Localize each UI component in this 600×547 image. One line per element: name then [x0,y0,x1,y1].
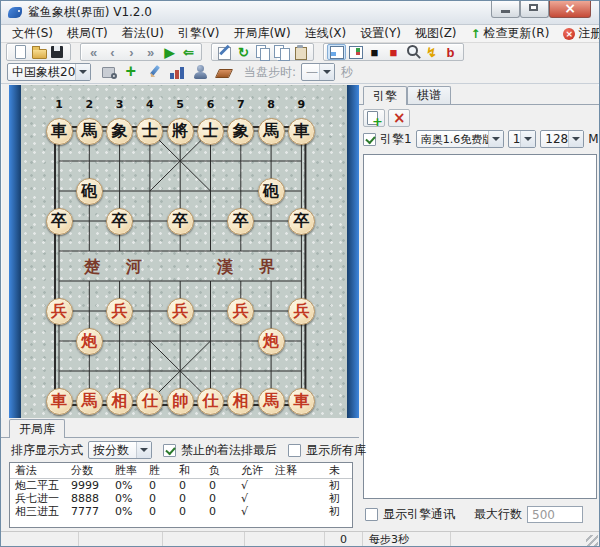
piece-black-pawn-c7[interactable]: 卒 [227,208,254,235]
black-board-button[interactable]: ■ [365,44,384,60]
open-file-button[interactable] [29,44,48,60]
tab-notation[interactable]: 棋谱 [407,86,451,104]
piece-black-pawn-c9[interactable]: 卒 [288,208,315,235]
piece-red-advisor-c6[interactable]: 仕 [197,388,224,415]
threads-combo[interactable]: 1 [508,130,537,148]
show-comm-checkbox[interactable] [365,508,378,521]
refresh-button[interactable]: ↻ [234,44,253,60]
engine-output-list[interactable] [363,154,597,499]
piece-black-cannon-c8[interactable]: 砲 [258,178,285,205]
menu-game[interactable]: 棋局(T) [60,24,115,43]
prev-move-button[interactable]: ‹ [103,44,122,60]
minimize-button[interactable] [491,1,520,18]
new-file-button[interactable] [10,44,29,60]
piece-red-horse-c8[interactable]: 馬 [258,388,285,415]
player-button[interactable] [191,64,210,80]
menu-connect[interactable]: 连线(X) [298,24,354,43]
piece-black-cannon-c2[interactable]: 砲 [76,178,103,205]
bold-b-button[interactable]: b [441,44,460,60]
menu-moves[interactable]: 着法(U) [115,24,171,43]
first-move-button[interactable]: « [84,44,103,60]
book-row[interactable]: 炮二平五99990%000√初 [10,479,352,492]
red-board-button[interactable]: ■ [384,44,403,60]
view-group: ■■↯b [323,43,464,61]
piece-black-pawn-c1[interactable]: 卒 [46,208,73,235]
piece-red-horse-c2[interactable]: 馬 [76,388,103,415]
piece-black-pawn-c3[interactable]: 卒 [106,208,133,235]
book-col-header-1: 分数 [66,463,110,478]
close-button[interactable] [549,1,591,18]
forbidden-last-checkbox[interactable] [163,444,176,457]
sort-mode-combo[interactable]: 按分数 [88,441,152,459]
stats-button[interactable] [168,64,187,80]
chevron-down-icon [520,131,535,147]
remove-engine-button[interactable] [388,109,410,127]
edit-position-icon [216,44,234,60]
piece-red-rook-c1[interactable]: 車 [46,388,73,415]
next-move-button[interactable]: › [122,44,141,60]
resize-grip[interactable] [586,535,598,547]
piece-red-cannon-c8[interactable]: 炮 [258,328,285,355]
menu-check-update[interactable]: 检查更新(R) [464,24,557,43]
menu-view[interactable]: 视图(Z) [408,24,464,43]
add-engine-button[interactable] [363,109,385,127]
add-button[interactable] [122,64,141,80]
piece-red-advisor-c4[interactable]: 仕 [136,388,163,415]
split-view-button[interactable] [346,44,365,60]
tab-engine[interactable]: 引擎 [363,86,407,105]
piece-black-pawn-c5[interactable]: 卒 [167,208,194,235]
tab-opening-book[interactable]: 开局库 [9,419,65,438]
piece-black-horse-c2[interactable]: 馬 [76,118,103,145]
undo-button[interactable]: ⇐ [179,44,198,60]
opening-book-combo[interactable]: 中国象棋2017 [7,63,91,81]
piece-black-horse-c8[interactable]: 馬 [258,118,285,145]
piece-black-elephant-c7[interactable]: 象 [227,118,254,145]
piece-red-general-c5[interactable]: 帥 [167,388,194,415]
book-col-header-7: 注释 [270,463,324,478]
piece-black-general-c5[interactable]: 將 [167,118,194,145]
piece-black-rook-c1[interactable]: 車 [46,118,73,145]
piece-red-pawn-c5[interactable]: 兵 [167,298,194,325]
book-controls: 排序显示方式 按分数 禁止的着法排最后 显示所有库 [11,441,366,459]
piece-black-advisor-c4[interactable]: 士 [136,118,163,145]
copy-all-button[interactable] [272,44,291,60]
book-row[interactable]: 相三进五77770%000√初 [10,505,352,518]
max-lines-input[interactable] [527,506,583,523]
book-search-button[interactable] [99,64,118,80]
piece-red-elephant-c3[interactable]: 相 [106,388,133,415]
book-row[interactable]: 兵七进一88880%000√初 [10,492,352,505]
save-file-button[interactable] [48,44,67,60]
piece-red-pawn-c1[interactable]: 兵 [46,298,73,325]
menu-register-failed[interactable]: 注册失败(Q) [556,24,600,43]
menu-opening-book[interactable]: 开局库(W) [226,24,297,43]
last-move-button[interactable]: » [141,44,160,60]
piece-red-cannon-c2[interactable]: 炮 [76,328,103,355]
show-all-books-checkbox[interactable] [288,444,301,457]
play-button[interactable]: ▶ [160,44,179,60]
piece-red-pawn-c7[interactable]: 兵 [227,298,254,325]
hash-combo[interactable]: 128 [540,130,584,148]
flash-button[interactable]: ↯ [422,44,441,60]
zoom-button[interactable] [403,44,422,60]
paste-button[interactable] [291,44,310,60]
piece-black-advisor-c6[interactable]: 士 [197,118,224,145]
menu-settings[interactable]: 设置(Y) [353,24,408,43]
edit-pen-button[interactable] [145,64,164,80]
menu-file[interactable]: 文件(S) [5,24,60,43]
maximize-button[interactable] [520,1,549,18]
book-cell [270,505,324,518]
piece-black-elephant-c3[interactable]: 象 [106,118,133,145]
menu-engine[interactable]: 引擎(V) [171,24,227,43]
piece-red-elephant-c7[interactable]: 相 [227,388,254,415]
piece-red-rook-c9[interactable]: 車 [288,388,315,415]
engine1-checkbox[interactable] [363,133,376,146]
piece-red-pawn-c3[interactable]: 兵 [106,298,133,325]
engine-select-combo[interactable]: 南奥1.6免费版 [416,130,504,148]
board-view-button[interactable] [327,44,346,60]
eraser-button[interactable] [214,64,233,80]
copy-button[interactable] [253,44,272,60]
piece-red-pawn-c9[interactable]: 兵 [288,298,315,325]
edit-position-button[interactable] [215,44,234,60]
piece-black-rook-c9[interactable]: 車 [288,118,315,145]
step-time-combo[interactable]: — [301,63,335,81]
